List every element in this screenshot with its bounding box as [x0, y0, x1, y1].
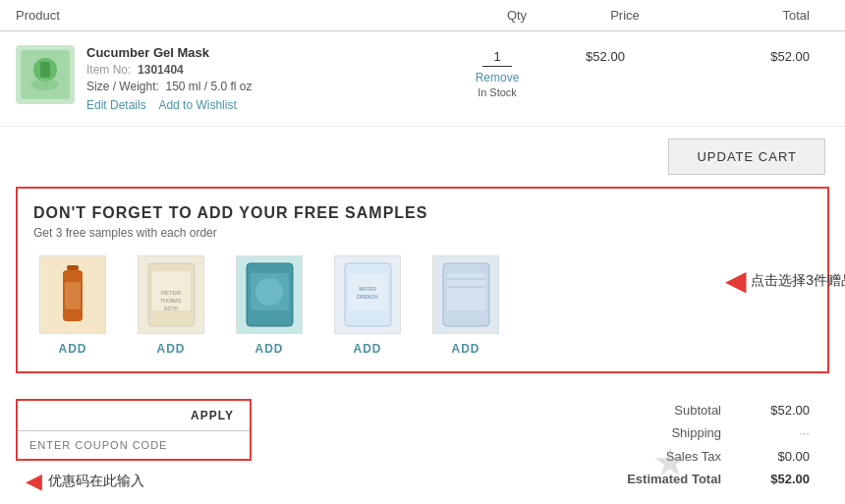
header-price: Price — [566, 8, 684, 23]
sample-image-2: PETER THOMAS ROTH — [138, 255, 204, 334]
free-samples-title: DON'T FORGET TO ADD YOUR FREE SAMPLES — [33, 204, 812, 222]
size-label: Size / Weight: — [86, 80, 159, 93]
sample-image-5 — [432, 255, 499, 334]
header-product: Product — [16, 8, 468, 23]
shipping-value: ··· — [751, 421, 810, 444]
sample-add-button-5[interactable]: ADD — [452, 342, 480, 356]
svg-rect-16 — [349, 273, 387, 310]
sample-item-4: WATER DRENCH ADD — [328, 255, 407, 356]
svg-text:DRENCH: DRENCH — [357, 294, 378, 300]
sample-image-3 — [236, 255, 303, 334]
sample-item-1: ADD — [33, 255, 112, 356]
sample-add-button-4[interactable]: ADD — [354, 342, 382, 356]
sample-add-button-1[interactable]: ADD — [59, 342, 87, 356]
item-no-label: Item No: — [86, 63, 131, 77]
svg-rect-6 — [65, 282, 81, 309]
product-name: Cucumber Gel Mask — [86, 45, 448, 60]
header-qty: Qty — [468, 8, 566, 23]
sample-item-3: ADD — [230, 255, 309, 356]
item-total: $52.00 — [664, 45, 829, 64]
sample-image-4: WATER DRENCH — [334, 255, 401, 334]
svg-text:WATER: WATER — [359, 286, 376, 292]
svg-rect-3 — [40, 62, 50, 78]
qty-value: 1 — [482, 49, 512, 67]
cart-header: Product Qty Price Total — [0, 0, 845, 31]
update-cart-row: UPDATE CART — [0, 127, 845, 187]
item-qty-section: 1 Remove In Stock — [448, 45, 546, 98]
free-samples-section: DON'T FORGET TO ADD YOUR FREE SAMPLES Ge… — [16, 187, 829, 373]
cart-item-row: Cucumber Gel Mask Item No: 1301404 Size … — [0, 31, 845, 127]
svg-text:THOMAS: THOMAS — [160, 298, 182, 304]
samples-annotation-text: 点击选择3件赠品 — [751, 271, 845, 289]
arrow-left-icon: ◀ — [725, 264, 747, 297]
free-samples-subtitle: Get 3 free samples with each order — [33, 226, 812, 240]
coupon-wrapper: APPLY ◀ 优惠码在此输入 — [16, 399, 252, 494]
coupon-annotation: ◀ 优惠码在此输入 — [26, 469, 252, 494]
svg-point-2 — [31, 79, 59, 90]
svg-text:ROTH: ROTH — [163, 306, 178, 311]
subtotal-row: Subtotal $52.00 — [627, 399, 810, 421]
sample-item-5: ADD — [426, 255, 505, 356]
header-total: Total — [684, 8, 829, 23]
samples-annotation: ◀ 点击选择3件赠品 — [725, 264, 845, 297]
sales-tax-value: $0.00 — [751, 445, 810, 468]
product-links: Edit Details Add to Wishlist — [86, 98, 448, 112]
watermark-star: ★ — [652, 439, 688, 484]
coupon-annotation-text: 优惠码在此输入 — [48, 473, 144, 490]
remove-link[interactable]: Remove — [476, 71, 520, 84]
sample-add-button-3[interactable]: ADD — [255, 342, 284, 356]
stock-status: In Stock — [478, 86, 517, 98]
estimated-total-value: $52.00 — [751, 468, 810, 490]
coupon-input[interactable] — [18, 431, 250, 459]
product-image — [16, 45, 75, 104]
product-size: Size / Weight: 150 ml / 5.0 fl oz — [86, 80, 448, 93]
sample-image-1 — [39, 255, 106, 334]
svg-point-14 — [255, 278, 283, 306]
item-price: $52.00 — [546, 45, 664, 64]
apply-button[interactable]: APPLY — [18, 401, 250, 431]
sample-add-button-2[interactable]: ADD — [157, 342, 186, 356]
add-to-wishlist-link[interactable]: Add to Wishlist — [158, 98, 236, 112]
coupon-section: APPLY — [16, 399, 252, 461]
item-no-value: 1301404 — [138, 63, 184, 77]
product-details: Cucumber Gel Mask Item No: 1301404 Size … — [75, 45, 448, 112]
size-value: 150 ml / 5.0 fl oz — [165, 80, 252, 93]
svg-text:PETER: PETER — [160, 290, 181, 296]
product-item-no: Item No: 1301404 — [86, 63, 448, 77]
edit-details-link[interactable]: Edit Details — [86, 98, 146, 112]
arrow-annotation-icon: ◀ — [26, 469, 42, 494]
svg-rect-4 — [67, 265, 79, 270]
subtotal-value: $52.00 — [751, 399, 810, 421]
bottom-section: APPLY ◀ 优惠码在此输入 Subtotal $52.00 Shipping… — [0, 389, 845, 504]
sample-item-2: PETER THOMAS ROTH ADD — [132, 255, 210, 356]
subtotal-label: Subtotal — [674, 399, 721, 421]
samples-list: ADD PETER THOMAS ROTH ADD — [33, 255, 812, 356]
update-cart-button[interactable]: UPDATE CART — [668, 139, 825, 175]
